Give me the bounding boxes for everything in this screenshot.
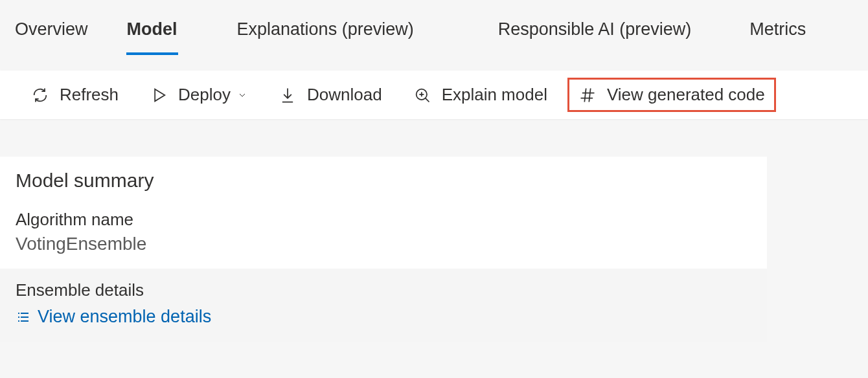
- model-summary-panel: Model summary Algorithm name VotingEnsem…: [0, 157, 767, 342]
- deploy-label: Deploy: [178, 85, 231, 105]
- download-button[interactable]: Download: [279, 85, 382, 105]
- tab-responsible-ai[interactable]: Responsible AI (preview): [433, 13, 711, 55]
- download-label: Download: [307, 85, 382, 105]
- ensemble-details-section: Ensemble details View ensemble details: [0, 269, 767, 342]
- toolbar: Refresh Deploy Download Explain model Vi…: [0, 71, 868, 119]
- deploy-button[interactable]: Deploy: [150, 85, 247, 105]
- download-icon: [279, 86, 297, 104]
- tab-bar: Overview Model Explanations (preview) Re…: [0, 0, 868, 55]
- view-generated-code-button[interactable]: View generated code: [567, 78, 776, 112]
- tab-overview[interactable]: Overview: [0, 13, 108, 55]
- refresh-icon: [31, 86, 49, 104]
- refresh-label: Refresh: [60, 85, 119, 105]
- explain-model-button[interactable]: Explain model: [413, 85, 547, 105]
- play-icon: [150, 86, 168, 104]
- algorithm-name-value: VotingEnsemble: [16, 234, 767, 269]
- tab-explanations[interactable]: Explanations (preview): [197, 13, 433, 55]
- list-icon: [16, 309, 31, 325]
- view-ensemble-details-link[interactable]: View ensemble details: [16, 307, 751, 327]
- algorithm-name-label: Algorithm name: [16, 210, 767, 230]
- explain-label: Explain model: [442, 85, 547, 105]
- tab-model[interactable]: Model: [108, 13, 197, 55]
- ensemble-link-label: View ensemble details: [38, 307, 211, 327]
- chevron-down-icon: [237, 90, 247, 100]
- zoom-in-icon: [413, 86, 431, 104]
- tab-metrics[interactable]: Metrics: [711, 13, 825, 55]
- view-code-label: View generated code: [607, 85, 765, 105]
- refresh-button[interactable]: Refresh: [31, 85, 119, 105]
- hash-icon: [578, 86, 597, 104]
- tab-data-transformation[interactable]: Data transf: [825, 13, 868, 55]
- panel-title: Model summary: [16, 170, 767, 210]
- ensemble-details-label: Ensemble details: [16, 280, 751, 300]
